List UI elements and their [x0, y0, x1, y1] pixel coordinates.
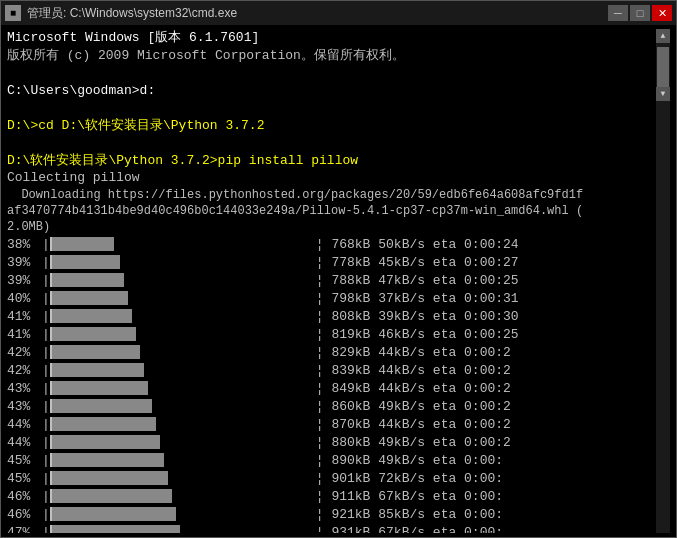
progress-fill	[52, 237, 114, 251]
progress-pct: 44%	[7, 434, 42, 452]
progress-bar	[50, 381, 310, 395]
title-bar: ■ 管理员: C:\Windows\system32\cmd.exe ─ □ ✕	[1, 1, 676, 25]
progress-bar	[50, 507, 310, 521]
line-blank2	[7, 99, 656, 117]
progress-separator: |	[42, 344, 50, 362]
progress-separator: |	[42, 308, 50, 326]
terminal-body: Microsoft Windows [版本 6.1.7601] 版权所有 (c)…	[1, 25, 676, 537]
progress-row: 45%| ¦ 890kB 49kB/s eta 0:00:	[7, 451, 656, 469]
progress-fill	[52, 363, 144, 377]
title-bar-left: ■ 管理员: C:\Windows\system32\cmd.exe	[5, 5, 237, 22]
window-controls: ─ □ ✕	[608, 5, 672, 21]
scroll-thumb[interactable]	[657, 47, 669, 87]
progress-pct: 45%	[7, 452, 42, 470]
progress-separator: |	[42, 380, 50, 398]
progress-bar	[50, 489, 310, 503]
progress-row: 46%| ¦ 921kB 85kB/s eta 0:00:	[7, 505, 656, 523]
progress-fill	[52, 489, 172, 503]
progress-bar	[50, 309, 310, 323]
progress-speed: ¦ 880kB 49kB/s eta 0:00:2	[316, 434, 511, 452]
line-copyright: 版权所有 (c) 2009 Microsoft Corporation。保留所有…	[7, 47, 656, 65]
progress-separator: |	[42, 254, 50, 272]
progress-bar	[50, 399, 310, 413]
progress-speed: ¦ 890kB 49kB/s eta 0:00:	[316, 452, 503, 470]
progress-fill	[52, 291, 128, 305]
progress-pct: 43%	[7, 380, 42, 398]
progress-speed: ¦ 839kB 44kB/s eta 0:00:2	[316, 362, 511, 380]
progress-row: 43%| ¦ 849kB 44kB/s eta 0:00:2	[7, 379, 656, 397]
close-button[interactable]: ✕	[652, 5, 672, 21]
progress-bar	[50, 453, 310, 467]
progress-row: 44%| ¦ 880kB 49kB/s eta 0:00:2	[7, 433, 656, 451]
scroll-up-arrow[interactable]: ▲	[656, 29, 670, 43]
progress-bar	[50, 435, 310, 449]
progress-row: 43%| ¦ 860kB 49kB/s eta 0:00:2	[7, 397, 656, 415]
progress-pct: 39%	[7, 272, 42, 290]
progress-speed: ¦ 870kB 44kB/s eta 0:00:2	[316, 416, 511, 434]
progress-pct: 42%	[7, 344, 42, 362]
progress-separator: |	[42, 452, 50, 470]
progress-separator: |	[42, 434, 50, 452]
progress-pct: 38%	[7, 236, 42, 254]
progress-pct: 39%	[7, 254, 42, 272]
progress-pct: 41%	[7, 308, 42, 326]
line-blank3	[7, 134, 656, 152]
progress-fill	[52, 345, 140, 359]
progress-pct: 41%	[7, 326, 42, 344]
line-url1: Downloading https://files.pythonhosted.o…	[7, 187, 656, 203]
progress-bar	[50, 471, 310, 485]
progress-fill	[52, 453, 164, 467]
line-blank1	[7, 64, 656, 82]
progress-fill	[52, 381, 148, 395]
progress-row: 47%| ¦ 931kB 67kB/s eta 0:00:	[7, 523, 656, 533]
progress-fill	[52, 327, 136, 341]
progress-row: 40%| ¦ 798kB 37kB/s eta 0:00:31	[7, 289, 656, 307]
progress-speed: ¦ 788kB 47kB/s eta 0:00:25	[316, 272, 519, 290]
progress-speed: ¦ 911kB 67kB/s eta 0:00:	[316, 488, 503, 506]
progress-row: 39%| ¦ 778kB 45kB/s eta 0:00:27	[7, 253, 656, 271]
progress-fill	[52, 471, 168, 485]
progress-separator: |	[42, 272, 50, 290]
progress-bar	[50, 363, 310, 377]
scroll-down-arrow[interactable]: ▼	[656, 87, 670, 101]
progress-row: 42%| ¦ 839kB 44kB/s eta 0:00:2	[7, 361, 656, 379]
progress-speed: ¦ 798kB 37kB/s eta 0:00:31	[316, 290, 519, 308]
progress-fill	[52, 507, 176, 521]
progress-speed: ¦ 808kB 39kB/s eta 0:00:30	[316, 308, 519, 326]
progress-separator: |	[42, 236, 50, 254]
progress-pct: 44%	[7, 416, 42, 434]
window-title: 管理员: C:\Windows\system32\cmd.exe	[27, 5, 237, 22]
progress-speed: ¦ 829kB 44kB/s eta 0:00:2	[316, 344, 511, 362]
progress-separator: |	[42, 398, 50, 416]
progress-pct: 47%	[7, 524, 42, 533]
progress-pct: 46%	[7, 488, 42, 506]
progress-speed: ¦ 849kB 44kB/s eta 0:00:2	[316, 380, 511, 398]
progress-fill	[52, 417, 156, 431]
progress-row: 44%| ¦ 870kB 44kB/s eta 0:00:2	[7, 415, 656, 433]
progress-row: 41%| ¦ 819kB 46kB/s eta 0:00:25	[7, 325, 656, 343]
maximize-button[interactable]: □	[630, 5, 650, 21]
progress-bar	[50, 345, 310, 359]
progress-bar	[50, 273, 310, 287]
progress-bar	[50, 291, 310, 305]
line-version: Microsoft Windows [版本 6.1.7601]	[7, 29, 656, 47]
progress-speed: ¦ 778kB 45kB/s eta 0:00:27	[316, 254, 519, 272]
progress-pct: 40%	[7, 290, 42, 308]
progress-fill	[52, 525, 180, 533]
line-url2: af3470774b4131b4be9d40c496b0c144033e249a…	[7, 203, 656, 219]
progress-pct: 43%	[7, 398, 42, 416]
terminal-content: Microsoft Windows [版本 6.1.7601] 版权所有 (c)…	[7, 29, 656, 533]
scrollbar[interactable]: ▲ ▼	[656, 29, 670, 533]
cmd-window: ■ 管理员: C:\Windows\system32\cmd.exe ─ □ ✕…	[0, 0, 677, 538]
progress-row: 46%| ¦ 911kB 67kB/s eta 0:00:	[7, 487, 656, 505]
progress-row: 38%| ¦ 768kB 50kB/s eta 0:00:24	[7, 235, 656, 253]
progress-separator: |	[42, 326, 50, 344]
minimize-button[interactable]: ─	[608, 5, 628, 21]
progress-bar	[50, 255, 310, 269]
line-prompt1: C:\Users\goodman>d:	[7, 82, 656, 100]
progress-separator: |	[42, 524, 50, 533]
progress-row: 39%| ¦ 788kB 47kB/s eta 0:00:25	[7, 271, 656, 289]
line-collecting: Collecting pillow	[7, 169, 656, 187]
progress-speed: ¦ 860kB 49kB/s eta 0:00:2	[316, 398, 511, 416]
line-url3: 2.0MB)	[7, 219, 656, 235]
